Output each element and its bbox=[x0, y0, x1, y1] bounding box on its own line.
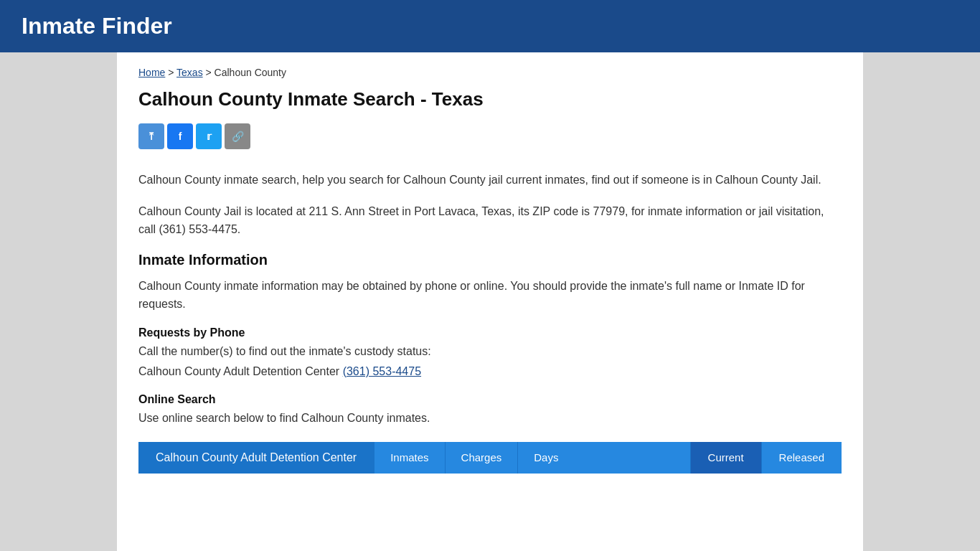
twitter-icon: 𝕣 bbox=[207, 131, 212, 142]
breadcrumb-home[interactable]: Home bbox=[138, 67, 165, 78]
page-title: Calhoun County Inmate Search - Texas bbox=[138, 88, 842, 110]
tab-charges[interactable]: Charges bbox=[445, 442, 518, 474]
breadcrumb: Home > Texas > Calhoun County bbox=[138, 67, 842, 78]
page-wrapper: Home > Texas > Calhoun County Calhoun Co… bbox=[117, 52, 863, 551]
share-link-button[interactable]: 🔗 bbox=[225, 123, 250, 149]
breadcrumb-texas[interactable]: Texas bbox=[176, 67, 203, 78]
online-search-text: Use online search below to find Calhoun … bbox=[138, 409, 842, 428]
share-twitter-button[interactable]: 𝕣 bbox=[196, 123, 222, 149]
tab-right-group: Current Released bbox=[690, 442, 842, 474]
requests-phone-line2: Calhoun County Adult Detention Center (3… bbox=[138, 362, 842, 381]
detention-center-label: Calhoun County Adult Detention Center bbox=[138, 365, 339, 377]
share-generic-icon: ⤒ bbox=[147, 131, 156, 142]
requests-phone-text1: Call the number(s) to find out the inmat… bbox=[138, 342, 842, 361]
share-generic-button[interactable]: ⤒ bbox=[138, 123, 164, 149]
facebook-icon: f bbox=[179, 131, 182, 142]
site-header: Inmate Finder bbox=[0, 0, 980, 52]
tab-inmates[interactable]: Inmates bbox=[374, 442, 444, 474]
share-facebook-button[interactable]: f bbox=[167, 123, 193, 149]
link-icon: 🔗 bbox=[232, 131, 244, 142]
phone-link[interactable]: (361) 553-4475 bbox=[343, 365, 421, 377]
tab-current[interactable]: Current bbox=[690, 442, 761, 474]
tab-bar: Calhoun County Adult Detention Center In… bbox=[138, 442, 842, 474]
intro-paragraph-2: Calhoun County Jail is located at 211 S.… bbox=[138, 202, 842, 239]
tab-spacer bbox=[574, 442, 689, 474]
inmate-info-text: Calhoun County inmate information may be… bbox=[138, 277, 842, 314]
breadcrumb-current: Calhoun County bbox=[215, 67, 286, 78]
intro-paragraph-1: Calhoun County inmate search, help you s… bbox=[138, 171, 842, 189]
tab-released[interactable]: Released bbox=[761, 442, 842, 474]
inmate-information-heading: Inmate Information bbox=[138, 252, 842, 268]
requests-phone-heading: Requests by Phone bbox=[138, 326, 842, 339]
online-search-heading: Online Search bbox=[138, 393, 842, 406]
tab-days[interactable]: Days bbox=[517, 442, 574, 474]
site-title: Inmate Finder bbox=[22, 13, 172, 39]
share-row: ⤒ f 𝕣 🔗 bbox=[138, 123, 842, 149]
tab-bar-facility-name: Calhoun County Adult Detention Center bbox=[138, 442, 374, 474]
